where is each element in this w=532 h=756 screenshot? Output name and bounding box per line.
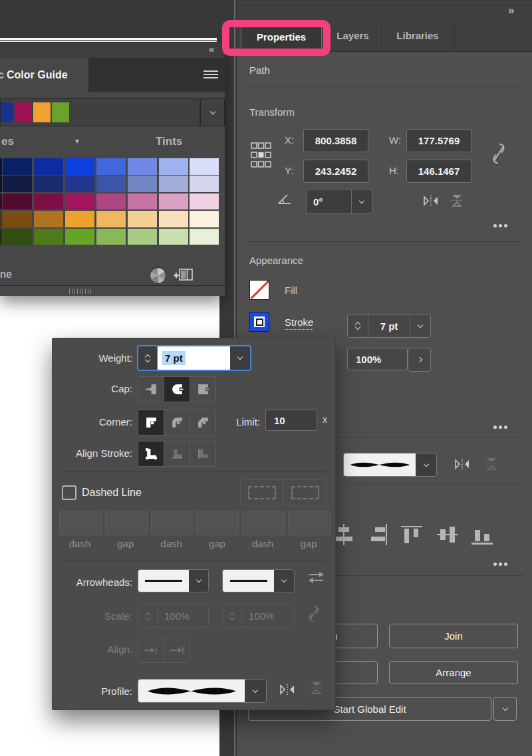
color-variation-swatch[interactable]: [34, 193, 63, 210]
profile-flip-across-icon[interactable]: [484, 456, 499, 472]
color-variation-swatch[interactable]: [190, 229, 219, 245]
width-profile-select[interactable]: [343, 453, 437, 477]
profile-flip-along-icon[interactable]: [279, 683, 296, 696]
color-variation-swatch[interactable]: [96, 176, 126, 192]
color-variation-swatch[interactable]: [65, 229, 94, 245]
variation-menu-caret-icon[interactable]: ▾: [75, 136, 79, 146]
color-variation-swatch[interactable]: [3, 211, 32, 227]
color-variation-swatch[interactable]: [34, 229, 63, 245]
stroke-label[interactable]: Stroke: [285, 316, 313, 330]
color-variation-swatch[interactable]: [159, 193, 188, 210]
color-variation-swatch[interactable]: [159, 176, 188, 192]
color-variation-swatch[interactable]: [3, 158, 32, 175]
divider: [246, 241, 523, 242]
stroke-swatch[interactable]: [250, 313, 269, 331]
color-variation-swatch[interactable]: [190, 193, 219, 210]
color-variation-swatch[interactable]: [34, 211, 63, 227]
color-variation-swatch[interactable]: [190, 211, 219, 227]
arrowhead-start-select[interactable]: [138, 569, 209, 592]
align-more-options[interactable]: [493, 563, 497, 566]
opacity-options-button[interactable]: [408, 348, 431, 372]
tab-layers[interactable]: Layers: [325, 20, 381, 51]
tab-libraries[interactable]: Libraries: [381, 20, 454, 51]
color-variation-swatch[interactable]: [65, 211, 94, 227]
stroke-weight-stepper[interactable]: [348, 315, 368, 337]
color-variation-swatch[interactable]: [128, 229, 157, 245]
color-variation-swatch-clipped[interactable]: [0, 229, 2, 245]
color-variation-swatch[interactable]: [65, 158, 94, 175]
panel-menu-icon[interactable]: [203, 70, 218, 72]
arrowhead-start-dropdown[interactable]: [189, 570, 208, 592]
align-horizontal-right-icon[interactable]: [367, 523, 390, 546]
color-variation-swatch[interactable]: [96, 193, 126, 210]
stroke-weight-dropdown[interactable]: [410, 315, 430, 337]
tab-color-guide[interactable]: c Color Guide: [0, 58, 88, 92]
base-color-swatch[interactable]: [33, 102, 51, 122]
color-variation-swatch-clipped[interactable]: [0, 211, 2, 227]
width-profile-dropdown[interactable]: [416, 453, 436, 476]
harmony-dropdown-button[interactable]: [200, 98, 225, 126]
base-color-swatch[interactable]: [52, 102, 69, 122]
color-variation-swatch[interactable]: [128, 211, 157, 227]
color-variation-swatch[interactable]: [128, 158, 157, 175]
rotate-angle-dropdown[interactable]: [352, 189, 372, 213]
x-input[interactable]: 800.3858: [303, 129, 368, 152]
color-variation-swatch[interactable]: [159, 229, 188, 245]
arrowhead-end-dropdown[interactable]: [274, 570, 294, 592]
color-variation-swatch[interactable]: [159, 211, 188, 227]
h-input[interactable]: 146.1467: [406, 160, 471, 183]
flip-vertical-icon[interactable]: [450, 193, 464, 209]
color-variation-swatch[interactable]: [190, 176, 219, 192]
opacity-input[interactable]: 100%: [347, 348, 408, 370]
color-variation-swatch-clipped[interactable]: [0, 158, 2, 175]
color-variation-swatch[interactable]: [96, 229, 126, 245]
base-color-swatch[interactable]: [1, 102, 13, 122]
flip-horizontal-icon[interactable]: [422, 194, 440, 207]
collapse-panel-icon[interactable]: »: [508, 4, 513, 17]
color-variation-swatch[interactable]: [128, 193, 157, 210]
constrain-proportions-icon[interactable]: [491, 141, 507, 166]
profile-dropdown[interactable]: [245, 680, 266, 702]
transform-more-options[interactable]: [493, 224, 497, 227]
join-button[interactable]: Join: [389, 624, 518, 648]
stroke-more-options[interactable]: [493, 426, 497, 429]
edit-colors-icon[interactable]: [150, 267, 166, 284]
stroke-weight-value[interactable]: 7 pt: [368, 315, 410, 337]
fill-swatch[interactable]: [250, 281, 269, 299]
color-variation-swatch[interactable]: [96, 211, 126, 227]
save-to-swatches-icon[interactable]: [173, 267, 194, 283]
swap-arrowheads-icon[interactable]: [308, 571, 325, 584]
global-edit-dropdown-button[interactable]: [493, 697, 517, 721]
color-variation-swatch[interactable]: [65, 176, 94, 192]
profile-select[interactable]: [138, 679, 267, 703]
base-color-swatch[interactable]: [15, 102, 32, 122]
fill-label[interactable]: Fill: [285, 285, 297, 296]
y-input[interactable]: 243.2452: [303, 160, 368, 183]
popup-divider: [62, 560, 327, 561]
color-variation-swatch[interactable]: [34, 158, 63, 175]
reference-point-locator[interactable]: [251, 142, 271, 168]
color-variation-swatch[interactable]: [3, 229, 32, 245]
color-variation-swatch[interactable]: [159, 158, 188, 175]
align-vertical-bottom-icon[interactable]: [471, 523, 493, 546]
align-vertical-top-icon[interactable]: [400, 523, 423, 546]
color-variation-swatch[interactable]: [96, 158, 126, 175]
panel-resize-grip[interactable]: [69, 289, 93, 294]
stroke-weight-combo[interactable]: 7 pt: [347, 314, 431, 338]
color-variation-swatch[interactable]: [128, 176, 157, 192]
rotate-angle-select[interactable]: 0°: [306, 189, 372, 214]
profile-flip-along-icon[interactable]: [454, 457, 471, 471]
color-variation-swatch[interactable]: [3, 193, 32, 210]
align-vertical-center-icon[interactable]: [436, 523, 459, 546]
arrowhead-scale-label: Scale:: [53, 610, 132, 622]
color-variation-swatch[interactable]: [3, 176, 32, 192]
color-variation-swatch[interactable]: [190, 158, 219, 175]
collapse-to-icons-icon[interactable]: «: [209, 43, 214, 55]
color-variation-swatch[interactable]: [65, 193, 94, 210]
color-variation-swatch[interactable]: [34, 176, 63, 192]
arrowhead-end-select[interactable]: [222, 569, 295, 592]
arrange-button[interactable]: Arrange: [389, 661, 518, 684]
color-variation-swatch-clipped[interactable]: [0, 176, 2, 192]
color-variation-swatch-clipped[interactable]: [0, 193, 2, 210]
w-input[interactable]: 177.5769: [406, 129, 471, 152]
